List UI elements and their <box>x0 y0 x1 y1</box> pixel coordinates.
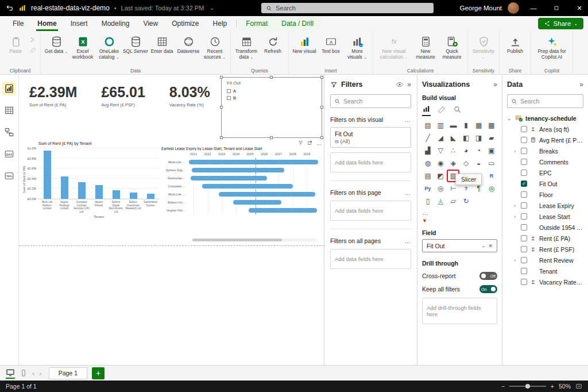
visual-type-multi-row-card[interactable]: ▤ <box>422 170 434 182</box>
quick-measure-button[interactable]: Quick measure <box>439 33 465 67</box>
expand-icon[interactable]: › <box>514 203 519 209</box>
add-data-fields-box[interactable]: Add data fields here <box>330 201 411 221</box>
visual-type-pie-chart[interactable]: ◕ <box>460 145 471 156</box>
field-item-rent-psf[interactable]: ΣRent (£ PSF) <box>507 244 583 255</box>
field-dropdown-icon[interactable]: ⌄ <box>482 243 486 248</box>
visual-type-power-automate[interactable]: ↻ <box>460 195 471 207</box>
visual-type-stacked-bar-chart[interactable]: ▤ <box>422 120 434 131</box>
tab-view[interactable]: View <box>136 16 165 31</box>
bar-edison-investment-research-ltd[interactable] <box>130 193 137 199</box>
checkbox[interactable]: ✓ <box>521 180 527 187</box>
undo-icon[interactable] <box>6 4 14 12</box>
visual-type-card[interactable]: ▭ <box>486 157 497 169</box>
refresh-button[interactable]: Refresh <box>260 33 286 67</box>
visual-type-funnel-chart[interactable]: ▽ <box>435 145 446 156</box>
gantt-bar[interactable] <box>249 208 316 213</box>
collapse-filters-icon[interactable]: » <box>407 80 411 89</box>
new-visual-button[interactable]: New visual <box>291 33 318 67</box>
visual-type-paginated-report[interactable]: ▯ <box>422 195 434 207</box>
build-visual-icon[interactable] <box>422 105 431 116</box>
table-view-icon[interactable] <box>2 103 16 117</box>
gantt-bar[interactable] <box>191 176 267 180</box>
checkbox[interactable] <box>521 279 527 285</box>
checkbox[interactable] <box>521 235 527 241</box>
visual-type-power-apps[interactable]: ▱ <box>447 195 459 207</box>
user-name[interactable]: George Mount <box>459 5 502 11</box>
field-item-lease-expiry[interactable]: ›Lease Expiry <box>507 200 583 211</box>
get-more-visuals-button[interactable]: … <box>422 209 497 216</box>
expand-icon[interactable]: › <box>514 148 519 154</box>
publish-button[interactable]: Publish <box>502 33 528 67</box>
custom-visual-icon[interactable]: ▼ <box>422 218 497 224</box>
gantt-bar[interactable] <box>219 192 315 197</box>
filter-icon[interactable] <box>298 140 303 145</box>
tab-file[interactable]: File <box>6 16 30 31</box>
cut-icon[interactable] <box>30 36 37 43</box>
kpi-card-avg-rent-psf[interactable]: £65.01Avg Rent (£ PSF) <box>101 84 145 107</box>
expand-icon[interactable]: › <box>514 258 519 263</box>
bar-chart-visual[interactable]: Sum of Rent (£ PA) by Tenant Sum of Rent… <box>24 141 159 244</box>
kpi-card-sum-of-rent-pa[interactable]: £2.39MSum of Rent (£ PA) <box>29 84 77 107</box>
visual-type-filled-map[interactable]: ◉ <box>435 157 446 169</box>
table-tenancy-schedule[interactable]: ⌄ tenancy-schedule <box>507 114 583 122</box>
filters-search[interactable] <box>330 94 411 108</box>
section-more-options-icon[interactable]: … <box>405 237 412 244</box>
cross-report-toggle[interactable]: Off <box>479 272 497 280</box>
global-search[interactable] <box>261 3 434 13</box>
add-page-button[interactable]: + <box>92 367 105 379</box>
section-more-options-icon[interactable]: … <box>405 189 412 196</box>
field-well-fit-out[interactable]: Fit Out ⌄ ✕ <box>422 239 497 252</box>
next-page-icon[interactable]: › <box>39 369 41 378</box>
visual-type-donut-chart[interactable]: ◔ <box>473 145 485 156</box>
eye-icon[interactable] <box>396 80 404 89</box>
visual-type-stacked-column-chart[interactable]: ▥ <box>435 120 446 131</box>
visual-type-treemap[interactable]: ▣ <box>486 145 497 156</box>
share-button[interactable]: Share ⌄ <box>538 18 583 29</box>
gantt-bar[interactable] <box>189 160 318 164</box>
checkbox[interactable] <box>521 137 527 143</box>
add-data-fields-box[interactable]: Add data fields here <box>330 152 411 172</box>
tab-home[interactable]: Home <box>30 16 63 31</box>
minimize-button[interactable]: — <box>525 0 542 16</box>
prev-page-icon[interactable]: ‹ <box>32 369 34 378</box>
tab-modeling[interactable]: Modeling <box>95 16 137 31</box>
focus-mode-icon[interactable] <box>307 140 312 145</box>
field-item-epc[interactable]: EPC <box>507 167 583 178</box>
close-button[interactable]: ✕ <box>571 0 588 16</box>
format-painter-icon[interactable] <box>30 47 37 53</box>
visual-type-ribbon-chart[interactable]: ▰ <box>486 132 497 144</box>
maximize-button[interactable] <box>548 0 565 16</box>
field-remove-icon[interactable]: ✕ <box>488 243 493 249</box>
field-item-rent-pa[interactable]: ΣRent (£ PA) <box>507 233 583 244</box>
checkbox[interactable] <box>521 191 527 198</box>
visual-type-area-chart[interactable]: ◢ <box>435 132 446 144</box>
gantt-scrollbar-thumb[interactable] <box>192 239 282 241</box>
visual-type-r-script-visual[interactable]: R <box>486 170 497 182</box>
zoom-slider[interactable] <box>509 386 546 387</box>
visual-type-100-stacked-column-chart[interactable]: ▩ <box>486 120 497 131</box>
filter-card-fit-out[interactable]: Fit Outis (All) <box>330 127 411 148</box>
checkbox[interactable] <box>521 246 527 252</box>
drill-add-fields-box[interactable]: Add drill-through fields here <box>422 298 497 324</box>
field-item-breaks[interactable]: ›Breaks <box>507 145 583 156</box>
onelake-catalog-button[interactable]: OneLake catalog ⌄ <box>96 33 122 67</box>
more-options-icon[interactable]: … <box>316 142 322 144</box>
selection-handle-w[interactable] <box>220 106 223 109</box>
transform-data-button[interactable]: Transform data ⌄ <box>233 33 260 67</box>
gantt-bar[interactable] <box>202 184 293 189</box>
tab-format[interactable]: Format <box>239 16 274 31</box>
report-canvas[interactable]: £2.39MSum of Rent (£ PA)£65.01Avg Rent (… <box>19 75 324 365</box>
zoom-in-icon[interactable]: + <box>551 383 554 390</box>
checkbox[interactable] <box>521 159 527 165</box>
title-menu-caret-icon[interactable]: ⌄ <box>210 5 214 11</box>
selection-handle-ne[interactable] <box>320 76 323 79</box>
tab-help[interactable]: Help <box>206 16 234 31</box>
dataverse-button[interactable]: Dataverse <box>175 33 202 67</box>
global-search-input[interactable] <box>276 5 429 11</box>
bar-vacant-fitted[interactable] <box>95 185 103 199</box>
field-item-avg-rent-psf[interactable]: Avg Rent (£ PSF) <box>507 134 583 145</box>
tmdl-view-icon[interactable]: TMDL <box>2 169 16 183</box>
visual-type-waterfall-chart[interactable]: ▟ <box>422 145 434 156</box>
checkbox[interactable] <box>521 126 527 132</box>
report-page[interactable]: £2.39MSum of Rent (£ PA)£65.01Avg Rent (… <box>19 75 324 246</box>
